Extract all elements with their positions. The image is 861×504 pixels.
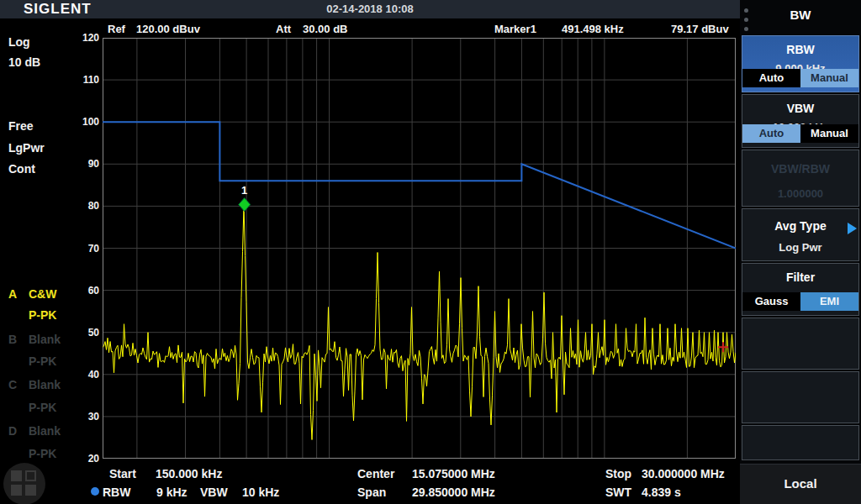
y-axis-label: 40 [55, 369, 99, 381]
vbw-readout-value: 10 kHz [242, 486, 279, 499]
trace-a-detector: P-PK [29, 308, 56, 322]
trace-d-id: D [8, 424, 17, 438]
trace-d-mode: Blank [29, 424, 61, 438]
y-axis-label: 20 [55, 453, 99, 465]
marker-readout-label: Marker1 [494, 23, 536, 37]
attenuation-label: Att [276, 23, 291, 37]
vbw-manual-chip[interactable]: Manual [800, 124, 858, 143]
marker-readout-amp: 79.17 dBuv [671, 23, 729, 37]
top-bar: SIGLENT 02-14-2018 10:08 [0, 0, 861, 18]
avg-type-button[interactable]: Avg Type Log Pwr [742, 208, 859, 261]
avg-mode: LgPwr [8, 141, 45, 155]
ref-level-label: Ref [108, 23, 125, 37]
vbw-readout-label: VBW [200, 486, 228, 499]
rbw-auto-chip[interactable]: Auto [742, 69, 800, 87]
y-axis-label: 80 [55, 200, 99, 212]
vbw-auto-chip[interactable]: Auto [742, 124, 800, 143]
swt-readout-label: SWT [605, 486, 631, 499]
vbw-button-title: VBW [742, 102, 858, 115]
trace-d-detector: P-PK [29, 447, 56, 460]
trace-a-id: A [8, 287, 17, 301]
rbw-button-title: RBW [742, 43, 858, 56]
y-axis-label: 50 [55, 327, 99, 339]
trace-b-id: B [8, 333, 17, 346]
y-axis-label: 100 [55, 116, 99, 128]
y-axis-label: 60 [55, 285, 99, 297]
start-freq-value: 150.000 kHz [156, 467, 222, 480]
spectrum-display[interactable]: 1 [103, 38, 736, 459]
trigger-mode: Free [8, 119, 34, 133]
rbw-readout-label: RBW [103, 486, 130, 499]
softkey-blank-2 [742, 371, 859, 423]
marker-1-diamond-icon[interactable] [239, 198, 251, 212]
y-axis-label: 70 [55, 243, 99, 255]
datetime: 02-14-2018 10:08 [0, 3, 740, 15]
spectrum-plot: 1 [103, 38, 736, 459]
local-button[interactable]: Local [740, 464, 861, 504]
grid-square-icon [11, 485, 22, 496]
amplitude-scale-div: 10 dB [8, 55, 40, 69]
attenuation-value: 30.00 dB [303, 23, 347, 37]
stop-freq-value: 30.000000 MHz [642, 467, 725, 480]
trace-b-mode: Blank [29, 333, 61, 346]
stop-freq-label: Stop [605, 467, 631, 480]
vbw-rbw-value: 1.000000 [742, 187, 858, 200]
avg-type-value: Log Pwr [742, 241, 858, 254]
ref-level-value: 120.00 dBuv [136, 23, 200, 37]
center-freq-value: 15.075000 MHz [412, 467, 495, 480]
spectrum-analyzer-screen: SIGLENT 02-14-2018 10:08 Ref 120.00 dBuv… [0, 0, 861, 504]
rbw-button[interactable]: RBW 9.000 kHz Auto Manual [742, 35, 859, 92]
submenu-arrow-icon [848, 223, 857, 234]
y-axis-label: 30 [55, 411, 99, 423]
marker-1-label: 1 [241, 184, 247, 197]
amplitude-scale-type: Log [8, 35, 30, 49]
home-grid-icon[interactable] [3, 463, 45, 504]
marker-readout-freq: 491.498 kHz [562, 23, 624, 37]
trace-a-mode: C&W [29, 287, 56, 301]
softkey-blank-1 [742, 318, 859, 370]
softkey-blank-3 [742, 425, 859, 460]
trace-c-detector: P-PK [29, 401, 56, 414]
vbw-rbw-ratio-button: VBW/RBW 1.000000 [742, 150, 859, 207]
vbw-button[interactable]: VBW 10.000 kHz Auto Manual [742, 94, 859, 148]
vbw-rbw-title: VBW/RBW [742, 162, 858, 176]
trace-b-detector: P-PK [29, 354, 56, 368]
filter-gauss-chip[interactable]: Gauss [742, 292, 800, 311]
span-readout-value: 29.850000 MHz [412, 486, 495, 499]
y-axis-label: 90 [55, 158, 99, 170]
span-readout-label: Span [357, 486, 386, 499]
avg-type-title: Avg Type [742, 219, 858, 233]
filter-title: Filter [742, 270, 858, 284]
rbw-manual-chip[interactable]: Manual [800, 69, 858, 87]
local-button-label: Local [740, 476, 861, 491]
rbw-readout-value: 9 kHz [156, 486, 188, 499]
grid-square-icon [11, 470, 22, 481]
start-freq-label: Start [109, 467, 136, 480]
sweep-mode: Cont [8, 162, 35, 176]
filter-button[interactable]: Filter Gauss EMI [742, 263, 859, 316]
trace-c-mode: Blank [29, 378, 61, 391]
active-trace-dot-icon [91, 487, 99, 496]
trace-c-id: C [8, 378, 17, 391]
softkey-panel: BW RBW 9.000 kHz Auto Manual VBW 10.000 … [740, 0, 861, 504]
swt-readout-value: 4.839 s [642, 486, 681, 499]
trace-a-line [103, 205, 736, 439]
y-axis-label: 120 [55, 32, 99, 44]
filter-emi-chip[interactable]: EMI [800, 292, 858, 311]
grid-square-icon [25, 485, 36, 496]
menu-title: BW [740, 8, 861, 22]
center-freq-label: Center [357, 467, 394, 480]
grid-square-outline-icon [25, 470, 36, 481]
y-axis-label: 110 [55, 74, 99, 86]
emi-limit-line [103, 122, 736, 248]
